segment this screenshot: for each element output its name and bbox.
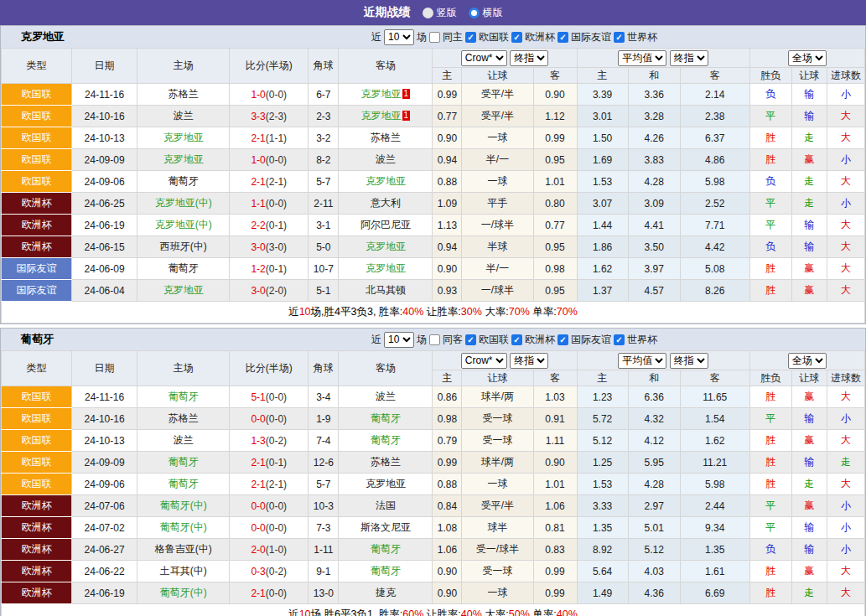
away-team-link[interactable]: 意大利: [371, 197, 401, 209]
odds-home: 0.77: [433, 106, 462, 127]
away-team-link[interactable]: 克罗地亚: [366, 175, 406, 187]
home-team-link[interactable]: 葡萄牙: [169, 478, 199, 489]
home-team-link[interactable]: 克罗地亚(中): [155, 197, 212, 209]
avg-home: 1.25: [577, 452, 628, 474]
avg-column-header: 客: [680, 370, 749, 386]
away-team-link[interactable]: 克罗地亚: [366, 241, 406, 252]
half-score: (0-2): [266, 566, 287, 577]
away-team-link[interactable]: 捷克: [376, 587, 396, 598]
away-team-link[interactable]: 葡萄牙: [371, 565, 401, 577]
home-team-link[interactable]: 格鲁吉亚(中): [155, 543, 212, 555]
summary-text: 近10场,胜6平3负1, 胜率:60% 让胜率:40% 大率:50% 单率:40…: [2, 604, 865, 616]
score-cell: 2-1(0-1): [230, 452, 309, 474]
odds-source-select[interactable]: Crow*: [461, 50, 507, 66]
scope-select[interactable]: 全场: [788, 353, 827, 369]
league-checkbox-3[interactable]: ✓: [614, 32, 625, 43]
home-team-link[interactable]: 葡萄牙: [169, 175, 199, 187]
result-column-header: 进球数: [827, 68, 864, 84]
league-badge: 欧国联: [2, 106, 72, 127]
league-checkbox-0[interactable]: ✓: [465, 32, 476, 43]
home-team-link[interactable]: 葡萄牙: [169, 391, 199, 402]
home-team-link[interactable]: 克罗地亚: [163, 284, 204, 296]
result-handicap: 输: [791, 106, 827, 127]
away-team-link[interactable]: 北马其顿: [366, 284, 406, 296]
match-date: 24-06-19: [72, 215, 137, 236]
avg-source-select[interactable]: 平均值: [618, 353, 666, 369]
avg-source-select[interactable]: 平均值: [618, 50, 666, 66]
full-score: 0-3: [251, 566, 265, 577]
half-score: (1-1): [266, 132, 287, 144]
avg-away: 5.08: [680, 258, 749, 280]
away-team-link[interactable]: 波兰: [376, 153, 396, 165]
away-team-link[interactable]: 法国: [376, 500, 396, 511]
away-team-link[interactable]: 葡萄牙: [371, 412, 401, 424]
avg-draw: 3.50: [628, 236, 680, 258]
away-team-link[interactable]: 阿尔巴尼亚: [360, 219, 411, 230]
home-team-link[interactable]: 葡萄牙: [169, 456, 199, 468]
league-badge: 欧国联: [2, 386, 72, 408]
layout-option-horizontal[interactable]: 横版: [469, 6, 503, 20]
home-team-link[interactable]: 波兰: [174, 110, 194, 122]
home-team-link[interactable]: 葡萄牙(中): [160, 587, 207, 598]
away-team-link[interactable]: 克罗地亚: [361, 88, 402, 100]
away-team-link[interactable]: 葡萄牙: [371, 434, 401, 446]
away-team-link[interactable]: 葡萄牙: [371, 543, 401, 555]
league-checkbox-0[interactable]: ✓: [465, 334, 476, 345]
same-home-checkbox[interactable]: [429, 32, 440, 43]
league-checkbox-3[interactable]: ✓: [614, 334, 625, 345]
avg-draw: 6.36: [628, 386, 680, 408]
home-team-link[interactable]: 波兰: [174, 434, 194, 446]
same-away-checkbox[interactable]: [429, 334, 440, 345]
away-team-link[interactable]: 波兰: [376, 391, 396, 402]
full-score: 2-1: [251, 479, 265, 490]
score-cell: 2-1(1-1): [230, 127, 309, 149]
result-goals: 大: [827, 430, 864, 452]
avg-final-select[interactable]: 终指: [670, 353, 708, 369]
odds-source-group: Crow* 终指: [433, 351, 577, 370]
home-team-link[interactable]: 克罗地亚(中): [155, 219, 212, 230]
half-score: (0-0): [266, 522, 287, 534]
corner-count: 10-3: [309, 495, 339, 517]
radio-horizontal-icon[interactable]: [469, 8, 480, 18]
home-team-link[interactable]: 葡萄牙(中): [160, 521, 207, 533]
odds-handicap: 球半/两: [462, 386, 533, 408]
scope-select[interactable]: 全场: [788, 50, 827, 66]
home-team-link[interactable]: 克罗地亚: [163, 153, 204, 165]
layout-option-vertical[interactable]: 竖版: [423, 6, 457, 20]
home-team-link[interactable]: 苏格兰: [169, 412, 199, 424]
odds-final-select[interactable]: 终指: [510, 50, 548, 66]
match-row: 欧洲杯24-07-02葡萄牙(中)0-0(0-0)7-3斯洛文尼亚1.08球半0…: [2, 517, 865, 539]
league-checkbox-1[interactable]: ✓: [511, 32, 522, 43]
odds-final-select[interactable]: 终指: [510, 353, 548, 369]
league-checkbox-2[interactable]: ✓: [557, 32, 568, 43]
avg-home: 1.53: [577, 171, 628, 193]
away-team-link[interactable]: 苏格兰: [371, 456, 401, 468]
avg-draw: 3.83: [628, 149, 680, 171]
away-team-link[interactable]: 苏格兰: [371, 132, 401, 143]
summary-segment: 近: [288, 608, 299, 616]
result-wdl: 胜: [749, 258, 791, 280]
away-team-link[interactable]: 克罗地亚: [361, 110, 402, 122]
team-section: 克罗地亚近10场同主✓欧国联✓欧洲杯✓国际友谊✓世界杯类型日期主场比分(半场)角…: [0, 25, 866, 324]
odds-home: 0.98: [433, 408, 462, 430]
away-team-link[interactable]: 克罗地亚: [366, 262, 406, 274]
league-checkbox-2[interactable]: ✓: [557, 334, 568, 345]
avg-final-select[interactable]: 终指: [670, 50, 708, 66]
home-team-link[interactable]: 土耳其(中): [160, 565, 207, 577]
summary-text: 近10场,胜4平3负3, 胜率:40% 让胜率:30% 大率:70% 单率:70…: [2, 302, 865, 324]
home-team-link[interactable]: 克罗地亚: [163, 132, 204, 143]
away-team-link[interactable]: 斯洛文尼亚: [360, 521, 411, 533]
home-team-link[interactable]: 葡萄牙(中): [160, 500, 207, 511]
away-team-link[interactable]: 克罗地亚: [366, 478, 406, 489]
odds-source-select[interactable]: Crow*: [461, 353, 507, 369]
column-header: 客场: [339, 49, 433, 84]
home-team-link[interactable]: 葡萄牙: [169, 262, 199, 274]
match-count-select[interactable]: 10: [384, 332, 414, 348]
radio-vertical-icon[interactable]: [423, 8, 433, 18]
home-team-link[interactable]: 西班牙(中): [160, 241, 207, 252]
home-team-link[interactable]: 苏格兰: [169, 88, 199, 100]
league-checkbox-1[interactable]: ✓: [511, 334, 522, 345]
half-score: (0-2): [266, 435, 287, 447]
match-count-select[interactable]: 10: [384, 29, 414, 45]
away-team-cell: 波兰: [339, 149, 433, 171]
